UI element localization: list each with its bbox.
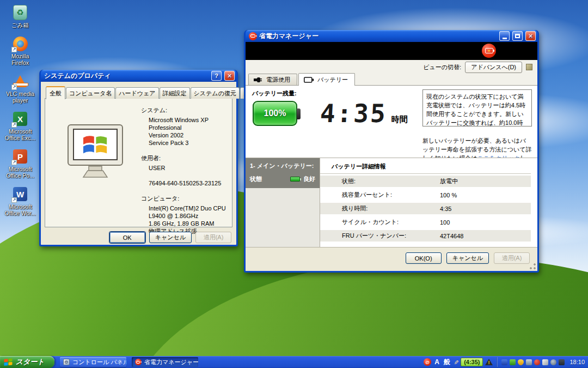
tray-network-icon[interactable] xyxy=(526,359,532,365)
power-manager-app-icon xyxy=(249,32,257,40)
system-info: システム: Microsoft Windows XP Professional … xyxy=(141,106,228,222)
computer-line: L9400 @ 1.86GHz xyxy=(149,212,228,220)
status-value: 良好 xyxy=(303,175,315,183)
row-label: FRU パーツ・ナンバー: xyxy=(342,232,440,240)
tab-label: 電源使用 xyxy=(266,76,290,84)
help-button[interactable]: ? xyxy=(211,71,222,81)
row-label: 残り時間: xyxy=(342,204,440,213)
row-value: 放電中 xyxy=(440,177,458,185)
row-value: 4:35 xyxy=(440,206,451,212)
start-button[interactable]: スタート xyxy=(0,356,54,368)
system-properties-window: システムのプロパティ ? ✕ 全般 コンピュータ名 ハードウェア 詳細設定 シス… xyxy=(39,70,238,246)
user-group-label: 使用者: xyxy=(141,154,228,162)
power-manager-logo-icon: ✦ xyxy=(482,44,496,58)
ok-button[interactable]: OK(O) xyxy=(406,252,442,264)
table-row: サイクル・カウント: 100 xyxy=(320,216,531,228)
maximize-button[interactable] xyxy=(512,31,523,41)
start-label: スタート xyxy=(16,357,45,367)
ok-button[interactable]: OK xyxy=(109,232,145,243)
shortcut-arrow-icon: ↗ xyxy=(11,85,17,90)
desktop-icon-recycle-bin[interactable]: ♻ ごみ箱 xyxy=(2,4,38,28)
system-group-label: システム: xyxy=(141,106,228,114)
tab-general[interactable]: 全般 xyxy=(46,86,65,99)
ime-conversion-mode[interactable]: 般 xyxy=(443,358,451,367)
tab-computer-name[interactable]: コンピュータ名 xyxy=(66,87,115,99)
general-tab-page: システム: Microsoft Windows XP Professional … xyxy=(45,98,232,227)
tray-update-icon[interactable] xyxy=(550,359,556,365)
close-button[interactable]: ✕ xyxy=(224,71,235,81)
tray-green-utility-icon[interactable] xyxy=(510,359,516,365)
apply-button: 適用(A) xyxy=(494,252,530,264)
tray-antivirus-icon[interactable] xyxy=(534,359,540,365)
button-label: 適用(A) xyxy=(502,254,522,262)
cancel-button[interactable]: キャンセル xyxy=(149,232,192,243)
desktop-icon-vlc[interactable]: ↗ VLC media player xyxy=(2,73,38,104)
desktop-icon-word[interactable]: W↗ Microsoft Office Wor... xyxy=(2,186,38,216)
tab-power-usage[interactable]: 電源使用 xyxy=(248,74,297,86)
battery-time-badge[interactable]: (4:35) xyxy=(461,358,483,366)
desktop-icon-label: Microsoft Office Wor... xyxy=(2,203,38,216)
system-properties-titlebar[interactable]: システムのプロパティ ? ✕ xyxy=(41,70,236,82)
ime-language-icon[interactable]: @ xyxy=(424,358,431,366)
resize-grip[interactable] xyxy=(529,263,536,270)
row-label: 状態: xyxy=(342,177,440,185)
help-icon[interactable] xyxy=(526,64,532,70)
tab-advanced[interactable]: 詳細設定 xyxy=(160,87,190,99)
main-battery-header[interactable]: 1- メイン・バッテリー: 状態 良好 xyxy=(246,158,320,188)
power-manager-titlebar[interactable]: 省電力マネージャー ✕ xyxy=(246,30,537,42)
desktop-icon-label: Mozilla Firefox xyxy=(2,53,38,66)
system-properties-tabstrip: 全般 コンピュータ名 ハードウェア 詳細設定 システムの復元 自動更新 リモート xyxy=(45,86,232,99)
recycle-bin-icon: ♻ xyxy=(13,5,27,20)
battery-selector-panel: 1- メイン・バッテリー: 状態 良好 xyxy=(246,158,320,247)
desktop-icon-firefox[interactable]: ↗ Mozilla Firefox xyxy=(2,35,38,66)
shortcut-arrow-icon: ↗ xyxy=(11,160,17,165)
row-value: 100 xyxy=(440,219,450,226)
tray-display-icon[interactable] xyxy=(559,359,565,365)
advanced-view-button[interactable]: アドバンスへ(D) xyxy=(465,62,522,73)
battery-icon xyxy=(304,77,314,83)
tray-security-shield-icon[interactable] xyxy=(518,359,524,365)
shortcut-arrow-icon: ↗ xyxy=(11,197,17,203)
taskbar-item-label: コントロール パネル xyxy=(72,358,126,366)
main-battery-title: 1- メイン・バッテリー: xyxy=(250,162,315,170)
table-row: 状態: 放電中 xyxy=(320,176,531,187)
tab-label: ハードウェア xyxy=(119,90,155,96)
tray-wrench-icon[interactable] xyxy=(542,359,548,365)
tab-battery[interactable]: バッテリー xyxy=(298,73,355,86)
status-label: 状態 xyxy=(250,175,287,183)
close-icon: ✕ xyxy=(227,73,232,80)
taskbar-item-power-manager[interactable]: 省電力マネージャー xyxy=(132,357,198,367)
system-line: Professional xyxy=(149,124,228,131)
battery-details-section: 1- メイン・バッテリー: 状態 良好 バッテリー詳細情報 状態: 放電中 xyxy=(246,158,537,247)
button-label: キャンセル xyxy=(452,254,483,262)
tab-hardware[interactable]: ハードウェア xyxy=(115,87,158,99)
tab-system-restore[interactable]: システムの復元 xyxy=(191,87,240,99)
computer-line: Intel(R) Core(TM)2 Duo CPU xyxy=(149,204,228,212)
minimize-button[interactable] xyxy=(499,31,510,41)
ime-input-mode[interactable]: A xyxy=(433,358,440,366)
taskbar: スタート ⚙ コントロール パネル 省電力マネージャー @ A 般 ✎ (4:3… xyxy=(0,356,588,368)
minimize-icon xyxy=(503,38,507,39)
window-title: システムのプロパティ xyxy=(44,71,209,81)
ime-tools-pen-icon[interactable]: ✎ xyxy=(452,359,460,364)
desktop-icon-excel[interactable]: X↗ Microsoft Office Exc... xyxy=(2,111,38,141)
shortcut-arrow-icon: ↗ xyxy=(11,122,17,128)
desktop-screen: ♻ ごみ箱 ↗ Mozilla Firefox ↗ VLC media play… xyxy=(0,0,588,368)
button-label: OK xyxy=(123,234,132,241)
warning-triangle-icon[interactable] xyxy=(485,359,493,365)
dialog-button-row: OK(O) キャンセル 適用(A) xyxy=(246,247,537,271)
system-tray: @ A 般 ✎ (4:35) 18:10 xyxy=(424,356,588,368)
taskbar-clock[interactable]: 18:10 xyxy=(569,359,585,365)
close-button[interactable]: ✕ xyxy=(525,31,536,41)
desktop-icon-powerpoint[interactable]: P↗ Microsoft Office Po... xyxy=(2,148,38,179)
tab-label: 全般 xyxy=(50,90,62,96)
details-header: バッテリー詳細情報 xyxy=(320,161,531,174)
shortcut-arrow-icon: ↗ xyxy=(11,47,17,52)
tray-battery-meter-icon[interactable] xyxy=(501,359,507,365)
row-value: 100 % xyxy=(440,192,457,198)
button-label: 適用(A) xyxy=(204,233,224,242)
taskbar-item-control-panel[interactable]: ⚙ コントロール パネル xyxy=(60,357,126,367)
row-label: 残容量パーセント: xyxy=(342,191,440,199)
tab-label: コンピュータ名 xyxy=(69,90,112,96)
cancel-button[interactable]: キャンセル xyxy=(446,252,489,264)
